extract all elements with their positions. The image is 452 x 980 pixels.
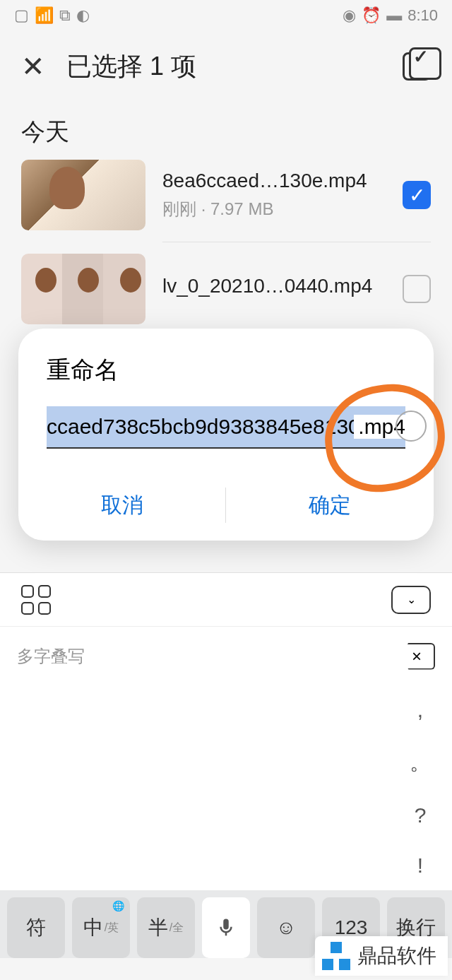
rename-dialog: 重命名 .mp4 取消 确定 (18, 329, 434, 541)
smile-icon: ☺ (276, 916, 297, 939)
period-key[interactable]: 。 (410, 748, 431, 777)
thumbnail (21, 254, 145, 324)
question-key[interactable]: ? (415, 803, 427, 827)
signal-icon: 📶 (35, 6, 54, 25)
file-row[interactable]: 8ea6ccaed…130e.mp4 刚刚 · 7.97 MB ✓ (0, 148, 452, 242)
file-row[interactable]: lv_0_20210…0440.mp4 (0, 242, 452, 336)
file-name: lv_0_20210…0440.mp4 (162, 275, 386, 297)
eye-icon: ◉ (343, 6, 356, 25)
select-all-button[interactable] (403, 52, 431, 81)
mic-icon (215, 917, 237, 938)
width-key[interactable]: 半/全 (137, 897, 195, 958)
handwriting-area[interactable]: , 。 ? ! (0, 685, 452, 890)
clock: 8:10 (408, 6, 438, 25)
watermark-text: 鼎品软件 (357, 943, 436, 969)
cancel-button[interactable]: 取消 (18, 470, 226, 541)
symbol-key[interactable]: 符 (7, 897, 65, 958)
checkbox-unchecked[interactable] (403, 275, 431, 303)
language-key[interactable]: 🌐中/英 (72, 897, 130, 958)
watermark: 鼎品软件 (315, 936, 448, 976)
status-bar: ▢ 📶 ⧉ ◐ ◉ ⏰ ▬ 8:10 (0, 0, 452, 31)
checkbox-checked[interactable]: ✓ (403, 181, 431, 209)
candidate-hint: 多字叠写 (17, 645, 85, 668)
globe-icon: 🌐 (112, 900, 124, 911)
filename-input[interactable] (47, 406, 405, 449)
watermark-logo-icon (322, 942, 350, 970)
page-title: 已选择 1 项 (66, 49, 381, 84)
close-icon[interactable]: ✕ (21, 50, 45, 83)
emoji-key[interactable]: ☺ (257, 897, 315, 958)
clear-icon[interactable] (396, 411, 427, 442)
thumbnail (21, 160, 145, 230)
nfc-icon: ◐ (76, 6, 90, 25)
app-bar: ✕ 已选择 1 项 (0, 31, 452, 102)
file-name: 8ea6ccaed…130e.mp4 (162, 170, 386, 192)
section-header: 今天 (0, 102, 452, 148)
hd-icon: ▢ (14, 6, 29, 25)
keyboard-toolbar: ⌄ (0, 572, 452, 626)
dialog-title: 重命名 (18, 354, 434, 406)
grid-icon[interactable] (21, 585, 51, 615)
space-key[interactable] (202, 897, 250, 958)
confirm-button[interactable]: 确定 (226, 470, 434, 541)
alarm-icon: ⏰ (362, 6, 381, 25)
punctuation-column: , 。 ? ! (388, 685, 452, 890)
exclaim-key[interactable]: ! (417, 854, 423, 878)
file-meta: 刚刚 · 7.97 MB (162, 198, 386, 220)
backspace-icon[interactable] (400, 643, 435, 670)
candidate-bar: 多字叠写 (0, 626, 452, 685)
collapse-keyboard-icon[interactable]: ⌄ (391, 586, 431, 614)
battery-icon: ▬ (386, 6, 402, 25)
comma-key[interactable]: , (417, 698, 423, 722)
wifi-icon: ⧉ (59, 6, 71, 25)
